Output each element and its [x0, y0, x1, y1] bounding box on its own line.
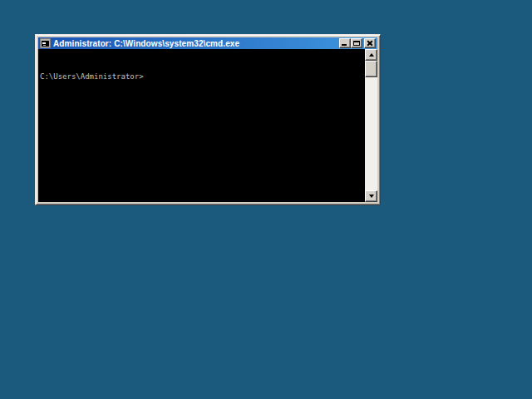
close-icon	[365, 39, 375, 47]
cmd-icon	[40, 38, 51, 48]
scroll-up-button[interactable]	[365, 49, 377, 61]
console-output[interactable]: C:\Users\Administrator>	[38, 49, 365, 202]
window-title: Administrator: C:\Windows\system32\cmd.e…	[53, 39, 339, 48]
window-body: C:\Users\Administrator>	[38, 49, 377, 202]
scroll-down-button[interactable]	[365, 190, 377, 202]
cmd-window: Administrator: C:\Windows\system32\cmd.e…	[35, 34, 381, 205]
cmd-icon-prompt-mark	[42, 42, 46, 44]
arrow-up-icon	[369, 53, 374, 57]
maximize-icon	[353, 41, 360, 46]
arrow-down-icon	[369, 195, 374, 198]
minimize-icon	[342, 44, 347, 46]
scrollbar-track[interactable]	[365, 77, 377, 190]
cmd-icon-cursor-mark	[43, 45, 46, 46]
close-button[interactable]	[364, 38, 376, 48]
vertical-scrollbar[interactable]	[365, 49, 377, 202]
console-prompt-line: C:\Users\Administrator>	[40, 71, 363, 81]
maximize-button[interactable]	[351, 38, 362, 48]
scrollbar-thumb[interactable]	[365, 61, 377, 77]
titlebar[interactable]: Administrator: C:\Windows\system32\cmd.e…	[38, 37, 377, 49]
minimize-button[interactable]	[339, 38, 351, 48]
window-controls	[339, 38, 376, 48]
desktop: Administrator: C:\Windows\system32\cmd.e…	[0, 0, 532, 399]
